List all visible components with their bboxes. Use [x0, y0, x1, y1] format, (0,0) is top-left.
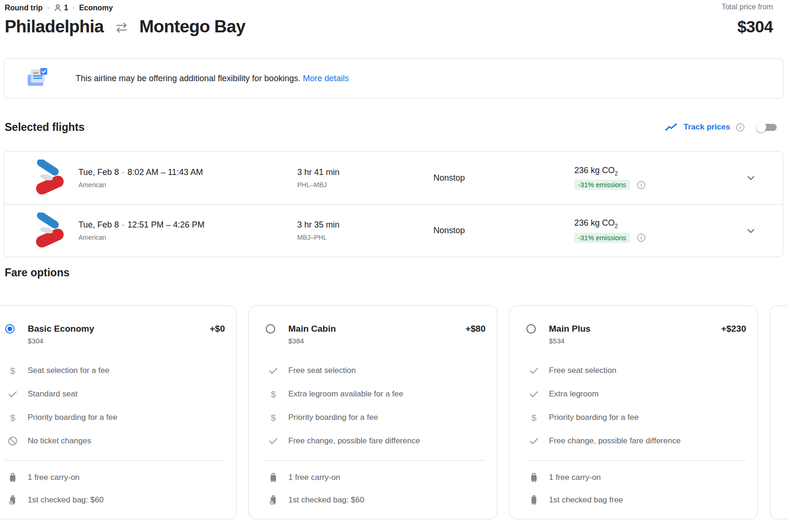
- fare-feature: No ticket changes: [5, 429, 225, 453]
- check-icon: [268, 365, 279, 376]
- flexibility-banner: This airline may be offering additional …: [4, 58, 783, 99]
- flight-emissions-column: 236 kg CO2 -31% emissions i: [574, 166, 696, 190]
- fare-name: Main Plus: [549, 324, 721, 334]
- fare-feature: Priority boarding for a fee: [526, 406, 746, 429]
- fare-feature-list: Free seat selection Extra legroom Priori…: [526, 359, 746, 453]
- fare-card-header: Main Plus $534 +$230: [526, 324, 746, 345]
- fare-name: Main Cabin: [288, 324, 465, 334]
- track-prices-control: Track prices i: [665, 122, 777, 132]
- co2-subscript: 2: [615, 170, 618, 176]
- fare-total-price: $304: [28, 337, 210, 345]
- fare-name: Basic Economy: [28, 324, 210, 334]
- co2-amount: 236 kg CO2: [574, 166, 696, 177]
- selected-flights-title: Selected flights: [5, 121, 85, 134]
- route-summary: Round trip · 1 · Economy Philadelphia Mo…: [5, 3, 245, 37]
- page-header: Round trip · 1 · Economy Philadelphia Mo…: [0, 0, 787, 37]
- track-prices-label[interactable]: Track prices: [684, 122, 730, 132]
- flight-datetime-column: Tue, Feb 8·12:51 PM – 4:26 PM American: [78, 220, 297, 241]
- fare-feature-text: Free change, possible fare difference: [549, 436, 680, 446]
- selected-flights-header: Selected flights Track prices i: [5, 119, 783, 135]
- check-icon: [7, 388, 18, 400]
- fare-card-main-cabin[interactable]: Main Cabin $384 +$80 Free seat selection…: [248, 305, 497, 519]
- total-price-label: Total price from: [722, 3, 773, 11]
- fare-card-basic-economy[interactable]: Basic Economy $304 +$0 Seat selection fo…: [0, 305, 237, 519]
- fee-icon: [7, 365, 18, 376]
- expand-flight-chevron-icon[interactable]: [745, 172, 756, 183]
- flight-duration: 3 hr 35 min: [297, 220, 433, 230]
- track-prices-info-icon[interactable]: i: [736, 123, 744, 131]
- breadcrumb: Round trip · 1 · Economy: [5, 3, 245, 13]
- baggage-section: 1 free carry-on 1st checked bag: $60: [5, 460, 225, 511]
- swap-cities-icon[interactable]: [112, 22, 131, 34]
- carry-on-bag-icon: [7, 472, 18, 483]
- fare-radio[interactable]: [5, 324, 15, 334]
- fare-feature-list: Seat selection for a fee Standard seat P…: [5, 359, 225, 453]
- flight-date-times: Tue, Feb 8·8:02 AM – 11:43 AM: [78, 167, 297, 177]
- banner-message: This airline may be offering additional …: [76, 74, 349, 84]
- fare-feature: Free seat selection: [266, 359, 486, 382]
- cabin-class-label[interactable]: Economy: [79, 4, 113, 12]
- expand-flight-chevron-icon[interactable]: [745, 225, 756, 236]
- co2-subscript: 2: [615, 223, 618, 229]
- baggage-text: 1 free carry-on: [288, 473, 340, 482]
- emissions-info-icon[interactable]: i: [637, 234, 645, 242]
- flight-datetime-column: Tue, Feb 8·8:02 AM – 11:43 AM American: [78, 167, 297, 189]
- passenger-count[interactable]: 1: [54, 4, 68, 12]
- toggle-thumb: [756, 122, 766, 132]
- track-prices-toggle[interactable]: [756, 122, 777, 132]
- co2-amount: 236 kg CO2: [574, 218, 696, 229]
- origin-city: Philadelphia: [5, 17, 104, 37]
- emissions-badge: -31% emissions: [574, 233, 630, 243]
- fare-radio[interactable]: [266, 324, 275, 334]
- fare-feature: Standard seat: [5, 382, 225, 406]
- flight-row-outbound[interactable]: Tue, Feb 8·8:02 AM – 11:43 AM American 3…: [4, 152, 783, 204]
- baggage-text: 1st checked bag: $60: [28, 495, 104, 505]
- total-price-block: Total price from $304: [722, 3, 773, 37]
- flight-duration-column: 3 hr 41 min PHL–MBJ: [297, 167, 433, 189]
- fare-card-partial[interactable]: [770, 305, 787, 519]
- fare-feature-text: Seat selection for a fee: [28, 366, 109, 375]
- carry-on-bag-icon: [528, 472, 540, 483]
- baggage-row: 1 free carry-on: [5, 466, 225, 489]
- separator-dot: ·: [119, 220, 127, 229]
- baggage-section: 1 free carry-on 1st checked bag: $60: [266, 460, 486, 511]
- emissions-info-icon[interactable]: i: [637, 181, 645, 189]
- flight-row-return[interactable]: Tue, Feb 8·12:51 PM – 4:26 PM American 3…: [4, 204, 783, 257]
- fare-cards-row: Basic Economy $304 +$0 Seat selection fo…: [0, 305, 787, 519]
- fare-price-delta: +$230: [721, 324, 746, 334]
- total-price-value: $304: [722, 17, 773, 36]
- fare-feature-text: Priority boarding for a fee: [549, 413, 639, 422]
- checked-bag-fee-icon: [268, 494, 279, 506]
- baggage-row: 1st checked bag free: [526, 489, 746, 511]
- co2-text: 236 kg CO: [574, 166, 615, 175]
- no-changes-icon: [7, 435, 18, 447]
- fare-card-header: Main Cabin $384 +$80: [266, 324, 486, 345]
- check-icon: [528, 435, 540, 447]
- flight-stops-column: Nonstop: [433, 226, 574, 236]
- fare-feature: Priority boarding for a fee: [266, 406, 486, 429]
- fare-feature-text: Priority boarding for a fee: [288, 413, 378, 422]
- check-icon: [528, 388, 540, 400]
- fare-price-delta: +$0: [210, 324, 225, 334]
- fare-total-price: $534: [549, 337, 721, 345]
- fare-feature-text: No ticket changes: [28, 436, 91, 446]
- selected-flights-list: Tue, Feb 8·8:02 AM – 11:43 AM American 3…: [4, 151, 783, 257]
- airline-name: American: [78, 181, 297, 189]
- fare-card-main-plus[interactable]: Main Plus $534 +$230 Free seat selection…: [509, 305, 758, 519]
- fare-card-header: Basic Economy $304 +$0: [5, 324, 225, 345]
- flight-route: PHL–MBJ: [297, 181, 433, 189]
- booking-flexibility-icon: [27, 68, 50, 89]
- fare-feature-text: Priority boarding for a fee: [28, 413, 117, 422]
- fare-radio[interactable]: [526, 324, 536, 334]
- fee-icon: [268, 412, 279, 423]
- fare-feature: Extra legroom: [526, 382, 746, 406]
- baggage-row: 1st checked bag: $60: [5, 489, 225, 511]
- fare-feature-text: Extra legroom: [549, 389, 599, 399]
- fare-total-price: $384: [288, 337, 465, 345]
- trip-type-label[interactable]: Round trip: [5, 4, 43, 12]
- fare-feature-text: Free seat selection: [549, 366, 617, 375]
- american-airlines-logo: [30, 160, 69, 196]
- emissions-badge-row: -31% emissions i: [574, 180, 696, 190]
- check-icon: [528, 365, 540, 376]
- more-details-link[interactable]: More details: [303, 74, 349, 83]
